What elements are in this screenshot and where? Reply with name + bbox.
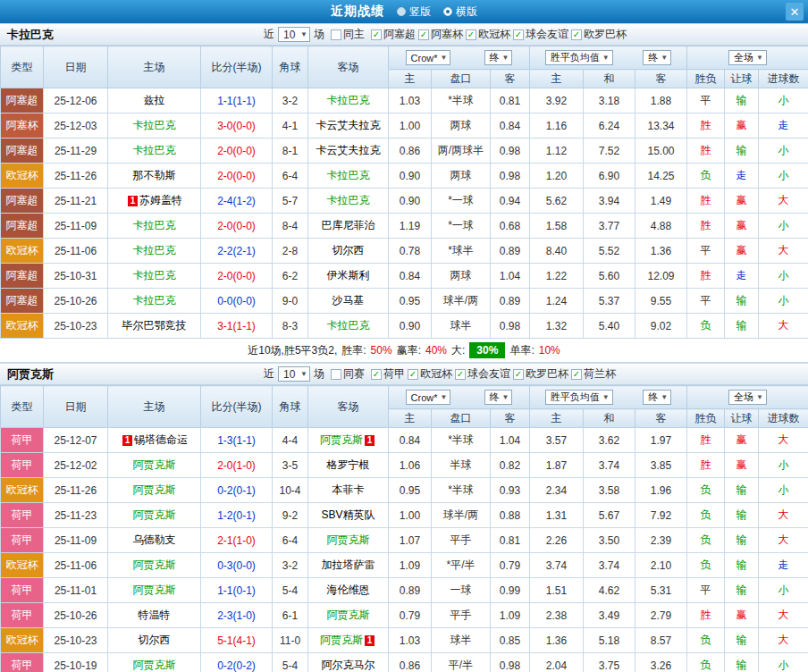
home-team-cell[interactable]: 卡拉巴克 [108, 239, 201, 264]
away-team-cell[interactable]: 海伦维恩 [308, 578, 389, 603]
away-team-cell[interactable]: 卡拉巴克 [308, 314, 389, 339]
home-team-cell[interactable]: 卡拉巴克 [108, 139, 201, 164]
score-cell[interactable]: 1-1(1-1) [201, 88, 273, 113]
home-team-cell[interactable]: 阿贾克斯 [108, 478, 201, 503]
score-cell[interactable]: 3-1(1-1) [201, 314, 273, 339]
home-team-cell[interactable]: 卡拉巴克 [108, 214, 201, 239]
score-cell[interactable]: 0-0(0-0) [201, 289, 273, 314]
home-team-cell[interactable]: 兹拉 [108, 88, 201, 113]
games-label: 场 [314, 27, 324, 42]
home-team-cell[interactable]: 1苏姆盖特 [108, 189, 201, 214]
checkbox-label: 阿塞超 [383, 27, 416, 42]
away-team-cell[interactable]: 阿贾克斯 [308, 603, 389, 628]
asia-home-odds-cell: 1.03 [389, 628, 432, 653]
league-checkbox[interactable]: ✓欧罗巴杯 [571, 27, 627, 42]
score-cell[interactable]: 2-2(2-1) [201, 239, 273, 264]
col-euro-draw: 和 [584, 409, 635, 428]
away-team-cell[interactable]: 卡云艾夫拉克 [308, 113, 389, 139]
layout-radio-vertical[interactable]: 竖版 [397, 4, 431, 20]
asia-odds-header: Crow*▼ 终▼ [389, 386, 530, 409]
result-cell: 负 [687, 314, 725, 339]
score-cell[interactable]: 2-0(1-0) [201, 453, 273, 478]
score-cell[interactable]: 0-3(0-0) [201, 553, 273, 578]
score-cell[interactable]: 0-2(0-1) [201, 478, 273, 503]
score-cell[interactable]: 1-3(1-1) [201, 428, 273, 453]
score-cell[interactable]: 1-1(0-1) [201, 578, 273, 603]
home-team-cell[interactable]: 乌德勒支 [108, 528, 201, 553]
match-count-select[interactable]: 10▼ [278, 366, 310, 382]
home-team-cell[interactable]: 切尔西 [108, 628, 201, 653]
away-team-cell[interactable]: 阿贾克斯 [308, 528, 389, 553]
layout-radio-horizontal[interactable]: 横版 [443, 4, 477, 20]
away-team-cell[interactable]: 沙马基 [308, 289, 389, 314]
home-team-cell[interactable]: 那不勒斯 [108, 164, 201, 189]
score-cell[interactable]: 5-1(4-1) [201, 628, 273, 653]
bookmaker-select[interactable]: Crow*▼ [406, 390, 451, 405]
asia-away-odds-cell: 0.98 [491, 653, 530, 672]
score-cell[interactable]: 2-0(0-0) [201, 264, 273, 289]
handicap-line-cell: 半球 [432, 453, 491, 478]
bookmaker-select[interactable]: Crow*▼ [406, 50, 451, 65]
away-team-cell[interactable]: 本菲卡 [308, 478, 389, 503]
home-team-cell[interactable]: 卡拉巴克 [108, 113, 201, 139]
home-team-cell[interactable]: 卡拉巴克 [108, 289, 201, 314]
league-checkbox[interactable]: ✓荷甲 [371, 366, 405, 382]
home-team-cell[interactable]: 阿贾克斯 [108, 653, 201, 672]
avg-odds-select[interactable]: 胜平负均值▼ [545, 50, 613, 65]
league-checkbox[interactable]: ✓球会友谊 [455, 366, 510, 382]
home-team-cell[interactable]: 毕尔巴鄂竞技 [108, 314, 201, 339]
league-checkbox[interactable]: ✓球会友谊 [513, 27, 568, 42]
score-cell[interactable]: 2-0(0-0) [201, 214, 273, 239]
away-team-cell[interactable]: 卡拉巴克 [308, 88, 389, 113]
score-cell[interactable]: 2-0(0-0) [201, 164, 273, 189]
result-cell: 负 [687, 478, 725, 503]
away-team-cell[interactable]: 加拉塔萨雷 [308, 553, 389, 578]
score-cell[interactable]: 3-0(0-0) [201, 113, 273, 139]
away-team-cell[interactable]: 阿贾克斯1 [308, 428, 389, 453]
league-checkbox[interactable]: ✓荷兰杯 [571, 366, 616, 382]
league-type-cell: 阿塞超 [1, 214, 44, 239]
away-team-cell[interactable]: 卡云艾夫拉克 [308, 139, 389, 164]
final-odds-select[interactable]: 终▼ [484, 50, 513, 65]
score-cell[interactable]: 2-3(1-0) [201, 603, 273, 628]
away-team-cell[interactable]: 切尔西 [308, 239, 389, 264]
score-cell[interactable]: 2-4(1-2) [201, 189, 273, 214]
away-team-cell[interactable]: 阿尔克马尔 [308, 653, 389, 672]
euro-away-odds-cell: 1.49 [635, 189, 687, 214]
away-team-cell[interactable]: 巴库尼菲治 [308, 214, 389, 239]
scope-select[interactable]: 全场▼ [728, 50, 767, 65]
away-team-cell[interactable]: 格罗宁根 [308, 453, 389, 478]
close-icon[interactable]: ✕ [786, 3, 804, 21]
away-team-cell[interactable]: SBV精英队 [308, 503, 389, 528]
home-team-cell[interactable]: 阿贾克斯 [108, 453, 201, 478]
home-team-cell[interactable]: 1锡塔德命运 [108, 428, 201, 453]
away-team-cell[interactable]: 卡拉巴克 [308, 164, 389, 189]
score-cell[interactable]: 2-0(0-0) [201, 139, 273, 164]
away-team-cell[interactable]: 阿贾克斯1 [308, 628, 389, 653]
league-checkbox[interactable]: ✓欧罗巴杯 [513, 366, 568, 382]
away-team-cell[interactable]: 卡拉巴克 [308, 189, 389, 214]
home-team-cell[interactable]: 卡拉巴克 [108, 264, 201, 289]
asia-home-odds-cell: 0.89 [389, 578, 432, 603]
home-team-cell[interactable]: 阿贾克斯 [108, 503, 201, 528]
team-name: 卡拉巴克 [7, 27, 54, 43]
score-cell[interactable]: 1-2(0-1) [201, 503, 273, 528]
league-checkbox[interactable]: ✓阿塞杯 [418, 27, 463, 42]
home-team-cell[interactable]: 特温特 [108, 603, 201, 628]
same-competition-checkbox[interactable]: 同赛 [331, 366, 365, 382]
away-team-cell[interactable]: 伊米斯利 [308, 264, 389, 289]
match-count-select[interactable]: 10▼ [278, 27, 310, 42]
same-home-checkbox[interactable]: 同主 [331, 27, 365, 42]
league-checkbox[interactable]: ✓欧冠杯 [408, 366, 452, 382]
scope-select[interactable]: 全场▼ [728, 390, 767, 405]
league-checkbox[interactable]: ✓欧冠杯 [466, 27, 510, 42]
score-cell[interactable]: 2-1(1-0) [201, 528, 273, 553]
score-cell[interactable]: 0-2(0-2) [201, 653, 273, 672]
league-checkbox[interactable]: ✓阿塞超 [371, 27, 416, 42]
final-odds-select[interactable]: 终▼ [484, 390, 513, 405]
final-odds-select[interactable]: 终▼ [643, 390, 671, 405]
home-team-cell[interactable]: 阿贾克斯 [108, 553, 201, 578]
final-odds-select[interactable]: 终▼ [643, 50, 671, 65]
home-team-cell[interactable]: 阿贾克斯 [108, 578, 201, 603]
avg-odds-select[interactable]: 胜平负均值▼ [545, 390, 613, 405]
